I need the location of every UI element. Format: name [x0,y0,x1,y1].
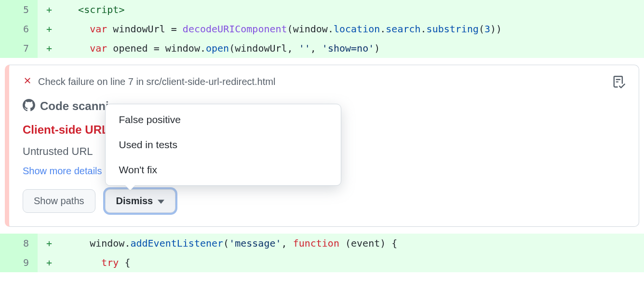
show-paths-label: Show paths [34,195,84,207]
diff-marker: + [38,257,67,268]
dismiss-menu: False positiveUsed in testsWon't fix [105,104,341,186]
code-content: <script> [67,4,124,15]
show-more-details-link[interactable]: Show more details [23,166,102,177]
code-line: 6+ var windowUrl = decodeURIComponent(wi… [0,19,644,39]
diff-marker: + [38,23,67,35]
line-number: 7 [0,39,38,58]
annotation-header: Check failure on line 7 in src/client-si… [23,76,625,87]
line-number: 6 [0,19,38,39]
show-paths-button[interactable]: Show paths [23,189,95,213]
annotation-location: Check failure on line 7 in src/client-si… [38,76,275,87]
diff-marker: + [38,42,67,54]
dismiss-button[interactable]: Dismiss [105,189,176,213]
code-line: 9+ try { [0,253,644,272]
checklist-icon[interactable] [613,76,625,90]
code-line: 8+ window.addEventListener('message', fu… [0,234,644,253]
x-icon [23,76,32,87]
diff-marker: + [38,237,67,249]
dismiss-label: Dismiss [116,195,153,207]
dismiss-menu-item[interactable]: Won't fix [106,157,341,182]
line-number: 5 [0,0,38,19]
code-content: var opened = window.open(windowUrl, '', … [67,42,380,54]
code-line: 5+ <script> [0,0,644,19]
line-number: 9 [0,253,38,272]
code-content: window.addEventListener('message', funct… [67,237,397,249]
check-annotation: Check failure on line 7 in src/client-si… [5,65,639,227]
dismiss-menu-item[interactable]: Used in tests [106,132,341,157]
code-line: 7+ var opened = window.open(windowUrl, '… [0,39,644,58]
diff-marker: + [38,4,67,15]
line-number: 8 [0,234,38,253]
code-content: try { [67,257,130,268]
dismiss-menu-item[interactable]: False positive [106,107,341,132]
github-icon [23,99,35,113]
code-content: var windowUrl = decodeURIComponent(windo… [67,23,502,35]
caret-down-icon [158,195,164,207]
